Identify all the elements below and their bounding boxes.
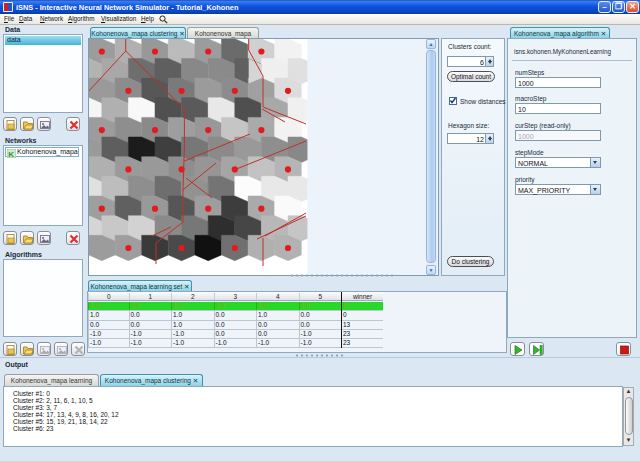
svg-text:K: K bbox=[8, 149, 14, 158]
